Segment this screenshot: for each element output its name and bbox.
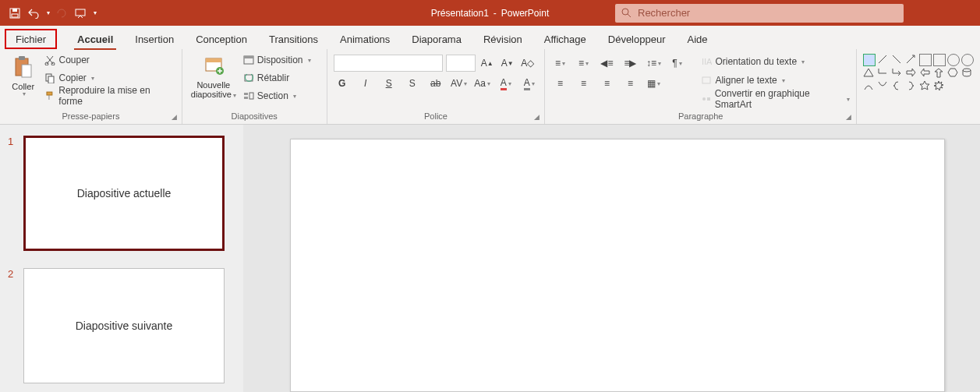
new-slide-label2: diapositive (191, 90, 232, 99)
shape-elbow-arrow-icon[interactable] (891, 67, 904, 79)
shape-square-icon[interactable] (933, 54, 946, 66)
decrease-indent-button[interactable]: ◀≡ (598, 55, 615, 72)
shape-brace-right-icon[interactable] (905, 80, 918, 93)
shape-cylinder-icon[interactable] (961, 67, 974, 79)
tab-transitions[interactable]: Transitions (258, 29, 329, 49)
svg-rect-23 (702, 77, 710, 83)
text-direction-menu[interactable]: IIAOrientation du texte▾ (701, 54, 850, 69)
group-paragraph: ≡▾ ≡▾ ◀≡ ≡▶ ↕≡▾ ¶▾ ≡ ≡ ≡ ≡ ▦▾ IIAOrienta… (545, 49, 857, 124)
align-right-button[interactable]: ≡ (598, 75, 615, 92)
line-spacing-button[interactable]: ↕≡▾ (645, 55, 662, 72)
shape-curve-icon[interactable] (863, 80, 876, 93)
save-icon[interactable] (8, 6, 22, 20)
bullets-button[interactable]: ≡▾ (551, 55, 568, 72)
reset-button[interactable]: Rétablir (243, 70, 311, 86)
font-launcher-icon[interactable]: ◢ (534, 113, 540, 121)
shape-star-icon[interactable] (919, 80, 932, 93)
shape-curve2-icon[interactable] (877, 80, 890, 93)
italic-button[interactable]: I (357, 75, 374, 92)
svg-rect-14 (206, 58, 221, 62)
smartart-menu[interactable]: Convertir en graphique SmartArt▾ (701, 91, 850, 107)
undo-icon[interactable] (27, 6, 41, 20)
increase-font-icon[interactable]: A▲ (479, 55, 496, 72)
slideshow-from-start-icon[interactable] (73, 6, 87, 20)
qat-customize-icon[interactable]: ▾ (94, 9, 97, 16)
tab-home[interactable]: Accueil (66, 29, 124, 49)
layout-button[interactable]: Disposition▾ (243, 52, 311, 68)
tab-developer[interactable]: Développeur (597, 29, 677, 49)
copy-button[interactable]: Copier ▾ (44, 70, 175, 86)
new-slide-button[interactable]: Nouvelle diapositive▾ (189, 52, 239, 100)
decrease-font-icon[interactable]: A▼ (499, 55, 516, 72)
columns-button[interactable]: ▦▾ (645, 75, 662, 92)
slide-thumb-1[interactable]: 1 Diapositive actuelle (8, 136, 235, 251)
align-center-button[interactable]: ≡ (575, 75, 592, 92)
slide-thumbnail[interactable]: Diapositive actuelle (23, 136, 225, 251)
align-text-menu[interactable]: Aligner le texte▾ (701, 72, 850, 88)
slide-thumbnail[interactable]: Diapositive suivante (23, 268, 225, 383)
new-slide-dropdown-icon[interactable]: ▾ (233, 92, 236, 99)
paragraph-launcher-icon[interactable]: ◢ (846, 113, 851, 121)
shape-burst-icon[interactable] (933, 80, 946, 93)
shape-textbox-icon[interactable] (863, 54, 876, 66)
spacing-button[interactable]: AV▾ (451, 75, 468, 92)
shape-circle-icon[interactable] (961, 54, 974, 66)
shape-arrow-right-icon[interactable] (905, 67, 918, 79)
shapes-gallery[interactable] (857, 49, 980, 124)
format-painter-button[interactable]: Reproduire la mise en forme (44, 88, 175, 104)
shape-triangle-icon[interactable] (863, 67, 876, 79)
svg-point-26 (963, 69, 971, 72)
shape-brace-left-icon[interactable] (891, 80, 904, 93)
tab-insert[interactable]: Insertion (124, 29, 185, 49)
slide-panel[interactable]: 1 Diapositive actuelle 2 Diapositive sui… (0, 125, 243, 392)
text-direction-icon: IIA (701, 56, 712, 67)
numbering-button[interactable]: ≡▾ (575, 55, 592, 72)
shadow-button[interactable]: S (404, 75, 421, 92)
strike-button[interactable]: ab (427, 75, 444, 92)
shape-rect-icon[interactable] (919, 54, 932, 66)
tab-animations[interactable]: Animations (329, 29, 401, 49)
font-family-input[interactable] (334, 55, 443, 72)
tab-help[interactable]: Aide (676, 29, 718, 49)
text-direction-button[interactable]: ¶▾ (668, 55, 685, 72)
shape-hexagon-icon[interactable] (947, 67, 960, 79)
shape-oval-icon[interactable] (947, 54, 960, 66)
font-color-button[interactable]: A▾ (497, 75, 515, 92)
slide-number: 1 (8, 136, 23, 147)
shape-elbow-icon[interactable] (877, 67, 890, 79)
increase-indent-button[interactable]: ≡▶ (621, 55, 639, 72)
group-paragraph-label: Paragraphe◢ (551, 111, 850, 122)
underline-button[interactable]: S (380, 75, 398, 92)
shape-arrow-left-icon[interactable] (919, 67, 932, 79)
paste-button[interactable]: Coller ▾ (6, 52, 40, 98)
clipboard-launcher-icon[interactable]: ◢ (172, 113, 177, 121)
shape-line2-icon[interactable] (891, 54, 904, 66)
tab-review[interactable]: Révision (472, 29, 533, 49)
redo-icon[interactable] (55, 6, 69, 20)
slide-canvas-area[interactable] (243, 125, 980, 392)
current-slide[interactable] (290, 139, 945, 392)
cut-button[interactable]: Couper (44, 52, 175, 68)
clear-format-icon[interactable]: A◇ (519, 55, 536, 72)
align-left-button[interactable]: ≡ (551, 75, 568, 92)
undo-dropdown-icon[interactable]: ▾ (47, 9, 50, 16)
svg-rect-17 (244, 56, 253, 58)
section-button[interactable]: Section▾ (243, 88, 311, 104)
font-size-input[interactable] (446, 55, 476, 72)
tab-slideshow[interactable]: Diaporama (401, 29, 472, 49)
case-button[interactable]: Aa▾ (474, 75, 491, 92)
copy-dropdown-icon[interactable]: ▾ (91, 75, 94, 82)
paste-dropdown-icon[interactable]: ▾ (23, 91, 26, 98)
bold-button[interactable]: G (334, 75, 351, 92)
justify-button[interactable]: ≡ (621, 75, 639, 92)
highlight-button[interactable]: A▾ (521, 75, 538, 92)
copy-label: Copier (58, 72, 86, 83)
tab-design[interactable]: Conception (185, 29, 258, 49)
slide-thumb-2[interactable]: 2 Diapositive suivante (8, 268, 235, 383)
tab-view[interactable]: Affichage (533, 29, 597, 49)
shape-arrow-up-icon[interactable] (933, 67, 946, 79)
tab-file[interactable]: Fichier (5, 29, 57, 49)
shape-arrow-line-icon[interactable] (905, 54, 918, 66)
shape-line-icon[interactable] (877, 54, 890, 66)
search-box[interactable]: Rechercher (615, 4, 904, 23)
